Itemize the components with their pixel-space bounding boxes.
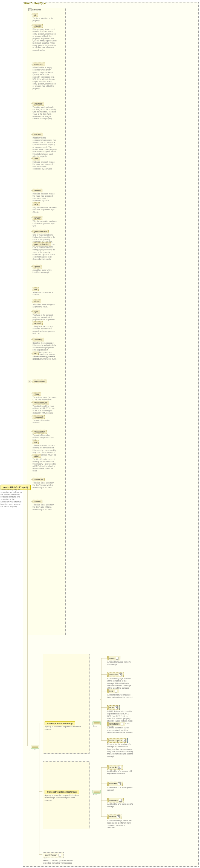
attr-custom[interactable]: customIf set to true the corresponding p… [33, 133, 60, 158]
attr-desc: The date (and, optionally, the time) whe… [33, 106, 56, 120]
attributes-label: −attributes [29, 8, 41, 11]
attr-name: type [33, 310, 40, 313]
attr-name: modified [33, 102, 44, 105]
attr-value[interactable]: valueThe related value (see more in the … [33, 392, 60, 401]
expand-icon[interactable]: + [123, 739, 126, 742]
expand-icon[interactable]: + [116, 657, 118, 659]
attr-typeuri[interactable]: typeuriThe type of the concept assigned … [33, 321, 60, 335]
attr-uri[interactable]: uriA URI which identifies a concept. [33, 287, 60, 296]
attr-desc: A qualified code which identifies a conc… [33, 269, 56, 274]
root-element-desc: Extension Property; the semantics are de… [1, 489, 23, 508]
attr-why[interactable]: whyWhy the metadata has been included - … [33, 203, 60, 213]
diagram-canvas: { "pane": { "title": "Flex2ExtPropType" … [0, 0, 200, 868]
element-note[interactable]: note+Additional natural language informa… [107, 689, 133, 699]
element-desc: An identifier of a more generic concept. [107, 786, 133, 792]
attr-validfrom[interactable]: validfromThe date (and, optionally, the … [33, 478, 60, 489]
element-desc: A link to an item or a web resource whic… [107, 727, 133, 734]
attr-name: custom [33, 133, 43, 136]
collapse-icon[interactable]: − [29, 8, 32, 11]
element-related[interactable]: related+A related concept, where the rel… [107, 814, 133, 829]
element-narrower[interactable]: narrower+An identifier of a more specifi… [107, 798, 133, 808]
attr-desc: The type of the concept assigned as cont… [33, 326, 56, 335]
type-pane-title: Flex2ExtPropType [24, 2, 46, 5]
attr-name: validto [33, 500, 42, 503]
attr-howuri[interactable]: howuriIndicates by which means the value… [33, 189, 60, 202]
attr-name: howuri [33, 189, 42, 192]
element-desc: A natural language definition of the sem… [107, 677, 133, 689]
sequence-node-rel [92, 790, 101, 794]
attr-name: xml:lang [33, 338, 44, 341]
element-desc: An identifier of a concept with equivale… [107, 770, 133, 775]
element-broader[interactable]: broader+An identifier of a more generic … [107, 782, 133, 792]
attr-desc: The local identifier of the property. [33, 17, 56, 22]
attr-valueunituri[interactable]: valueunituriThe unit of the value attrib… [33, 430, 60, 441]
attr-desc: The directionality of textual content (e… [33, 356, 56, 360]
attr-creatoruri[interactable]: creatoruriIf the attribute is empty, spe… [33, 63, 60, 90]
attr-pubconstrainturi[interactable]: pubconstrainturiOne or many constraints … [33, 242, 60, 260]
sequence-node-main [31, 745, 39, 749]
attr-reluri[interactable]: reluriThe identifier of a concept defini… [33, 454, 60, 472]
attr-desc: Indicates by which means the value was e… [33, 193, 56, 202]
attr-name: validfrom [33, 478, 45, 481]
expand-icon[interactable]: + [115, 690, 117, 692]
hash-icon: # [28, 380, 31, 383]
attr-desc: Indicates by which means the value was e… [33, 161, 56, 170]
attr-id[interactable]: idThe local identifier of the property. [33, 13, 60, 22]
expand-icon[interactable]: + [117, 815, 120, 818]
attr-dir[interactable]: dirThe directionality of textual content… [33, 351, 60, 360]
attr-name: qcode [33, 265, 42, 269]
attr-desc: The identifier of a concept defining the… [33, 458, 56, 472]
attr-validto[interactable]: validtoThe date (and, optionally, the ti… [33, 500, 60, 510]
attr-name: any ##other [33, 379, 47, 383]
element-name[interactable]: name+A natural language name for the con… [107, 656, 133, 666]
concept-definition-title[interactable]: ConceptDefinitionGroup [45, 721, 75, 725]
attr-any-other[interactable]: #any ##other [33, 379, 60, 383]
attr-whyuri[interactable]: whyuriWhy the metadata has been included… [33, 216, 60, 227]
attr-name: uri [33, 287, 39, 291]
attr-literal[interactable]: literalA free-text value assigned as pro… [33, 300, 60, 308]
attr-name: creatoruri [33, 63, 45, 66]
occurrence-def: 0..∞ [93, 725, 97, 727]
attr-how[interactable]: howIndicates by which means the value wa… [33, 157, 60, 170]
expand-icon[interactable]: + [119, 673, 122, 676]
concept-definition-desc: A group of properties required to define… [45, 726, 83, 731]
attr-name: id [33, 13, 38, 17]
attr-desc: If the attribute is empty, specifies whi… [33, 67, 56, 90]
attr-name: creator [33, 24, 43, 28]
attr-desc: Why the metadata has been included - exp… [33, 220, 56, 227]
attr-name: reluri [33, 454, 41, 458]
attr-modified[interactable]: modifiedThe date (and, optionally, the t… [33, 102, 60, 120]
expand-icon[interactable]: + [118, 782, 121, 785]
element-definition[interactable]: definition+A natural language definition… [107, 673, 133, 689]
attr-valuedatatype[interactable]: valuedatatypeThe datatype of the value a… [33, 401, 60, 416]
attr-name: valuedatatype [33, 401, 49, 405]
concept-relationships-title[interactable]: ConceptRelationshipsGroup [45, 790, 79, 794]
element-sameas[interactable]: sameAs+An identifier of a concept with e… [107, 765, 133, 775]
attr-name: typeuri [33, 321, 43, 325]
any-other-desc: Extension point for provider-defined pro… [43, 860, 76, 864]
expand-icon[interactable]: + [119, 799, 122, 802]
concept-definition-group [43, 654, 90, 754]
attr-desc: If set to true the corresponding propert… [33, 137, 56, 158]
sequence-node-def [92, 721, 101, 725]
attr-desc: If the property value is not defined, sp… [33, 28, 56, 51]
attr-name: pubconstraint [33, 230, 49, 234]
element-remoteinfo[interactable]: remoteInfo+A link to an item or a web re… [107, 722, 133, 734]
expand-icon[interactable]: + [58, 854, 61, 857]
element-hierarchyinfo[interactable]: hierarchyInfo+Represents the position of… [107, 738, 133, 758]
attr-creator[interactable]: creatorIf the property value is not defi… [33, 24, 60, 51]
attr-desc: A URI which identifies a concept. [33, 291, 56, 296]
expand-icon[interactable]: + [121, 723, 123, 725]
element-desc: A natural language name for the concept. [107, 661, 133, 666]
expand-icon[interactable]: + [115, 706, 118, 709]
attr-desc: The unit of the value attribute. [33, 419, 56, 424]
attr-qcode[interactable]: qcodeA qualified code which identifies a… [33, 265, 60, 274]
element-desc: An identifier of a more specific concept… [107, 803, 133, 808]
attr-valueunit[interactable]: valueunitThe unit of the value attribute… [33, 415, 60, 424]
attr-desc: One or many constraints that apply to pu… [33, 247, 56, 260]
occurrence-any: 0..∞ [44, 857, 47, 859]
attr-name: pubconstrainturi [33, 242, 51, 246]
attr-name: value [33, 392, 41, 396]
attr-name: rel [33, 440, 39, 444]
expand-icon[interactable]: + [118, 766, 121, 769]
